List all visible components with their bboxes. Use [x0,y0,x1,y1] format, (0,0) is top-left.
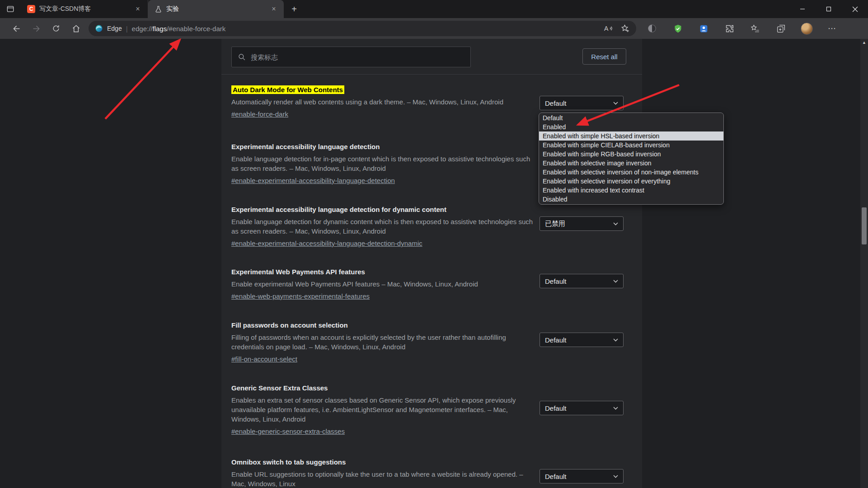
flag-description: Enable experimental Web Payments API fea… [231,279,535,289]
read-aloud-icon[interactable]: A [603,24,614,33]
search-icon [238,53,246,61]
browser-window: C 写文章-CSDN博客 × 实验 × + [0,0,868,488]
flag-permalink[interactable]: #fill-on-account-select [231,355,297,363]
reset-all-button[interactable]: Reset all [582,48,626,65]
dropdown-option[interactable]: Enabled with selective image inversion [539,159,723,168]
tab-csdn[interactable]: C 写文章-CSDN博客 × [21,0,148,18]
flag-dropdown-value: 已禁用 [545,220,565,228]
flags-search-box[interactable] [231,47,471,67]
new-tab-button[interactable]: + [286,1,302,17]
flag-dropdown[interactable]: 已禁用 [540,216,624,231]
search-input[interactable] [251,53,464,61]
extension-dark-circle-icon[interactable] [642,20,662,37]
dropdown-option[interactable]: Disabled [539,195,723,204]
refresh-button[interactable] [46,20,66,37]
favorites-star-lines-icon [750,24,760,33]
flag-permalink[interactable]: #enable-web-payments-experimental-featur… [231,292,370,300]
open-dropdown-menu: Default Enabled Enabled with simple HSL-… [539,113,724,205]
flag-dropdown-value: Default [545,404,567,412]
forward-button[interactable] [26,20,46,37]
profile-avatar[interactable] [797,20,816,37]
scrollbar[interactable]: ▲ [860,39,868,488]
flag-permalink[interactable]: #enable-experimental-accessibility-langu… [231,239,422,247]
dropdown-option-highlighted[interactable]: Enabled with simple HSL-based inversion [539,131,723,141]
tab-actions-icon [6,5,15,14]
blue-extension-glyph [699,24,708,33]
url-suffix: /#enable-force-dark [167,25,225,33]
refresh-icon [52,24,61,33]
url-prefix: edge:// [132,25,153,33]
flag-dropdown[interactable]: Default [540,469,624,483]
collections-button[interactable] [771,20,791,37]
dropdown-option[interactable]: Default [539,113,723,122]
add-favorite-star-icon[interactable] [620,24,630,33]
flag-dropdown[interactable]: Default [540,333,624,347]
flag-title-text: Omnibox switch to tab suggestions [231,458,346,466]
flag-title-text: Experimental Web Payments API features [231,268,365,276]
close-window-icon [852,6,858,12]
flag-description: Enable language detection for dynamic co… [231,217,535,236]
forward-icon [32,24,41,33]
address-bar[interactable]: Edge | edge://flags/#enable-force-dark A [89,21,636,36]
url-separator: | [126,25,128,33]
home-button[interactable] [66,20,86,37]
site-label: Edge [107,25,122,32]
flag-permalink[interactable]: #enable-generic-sensor-extra-classes [231,427,345,435]
close-tab-icon[interactable]: × [269,5,278,14]
content-column: Reset all Auto Dark Mode for Web Content… [221,39,642,488]
extensions-puzzle-button[interactable] [719,20,739,37]
collections-icon [776,24,786,33]
extension-blue-icon[interactable] [694,20,713,37]
minimize-button[interactable] [789,0,816,18]
back-icon [12,24,21,33]
flag-dropdown-value: Default [545,473,567,480]
dropdown-option[interactable]: Enabled with selective inversion of ever… [539,177,723,186]
url-highlight: flags [152,25,167,33]
dropdown-option[interactable]: Enabled with simple RGB-based inversion [539,150,723,159]
flag-title: Experimental accessibility language dete… [231,143,535,150]
flag-permalink[interactable]: #enable-force-dark [231,110,288,118]
flag-description: Enable language detection for in-page co… [231,154,535,173]
flag-dropdown[interactable]: Default [540,96,624,110]
flag-row-generic-sensor: Generic Sensor Extra Classes Enables an … [231,384,642,436]
extension-green-shield-icon[interactable] [668,20,688,37]
url-text[interactable]: edge://flags/#enable-force-dark [132,25,226,33]
flag-title-text: Experimental accessibility language dete… [231,143,380,150]
flag-row-accessibility-language-dynamic: Experimental accessibility language dete… [231,206,642,248]
scrollbar-thumb[interactable] [862,207,867,244]
flag-dropdown-value: Default [545,336,567,344]
ellipsis-icon: ⋯ [828,23,837,33]
flag-title-text: Generic Sensor Extra Classes [231,384,328,392]
close-tab-icon[interactable]: × [133,5,142,14]
dropdown-option[interactable]: Enabled with selective inversion of non-… [539,168,723,177]
dropdown-option[interactable]: Enabled with simple CIELAB-based inversi… [539,141,723,150]
flag-description: Filling of passwords when an account is … [231,333,535,352]
back-button[interactable] [6,20,26,37]
flask-icon [155,5,162,13]
chevron-down-icon [613,407,618,410]
settings-menu-button[interactable]: ⋯ [822,20,842,37]
dropdown-option-enabled[interactable]: Enabled [539,122,723,131]
shield-check-glyph [673,24,683,33]
close-window-button[interactable] [842,0,868,18]
avatar [801,23,813,35]
scroll-up-arrow-icon[interactable]: ▲ [860,40,868,45]
flag-title-text: Experimental accessibility language dete… [231,206,446,213]
flag-row-omnibox-switch-to-tab: Omnibox switch to tab suggestions Enable… [231,458,642,488]
dropdown-option[interactable]: Enabled with increased text contrast [539,186,723,195]
tab-title: 实验 [166,5,265,13]
flag-title-text: Fill passwords on account selection [231,321,348,329]
tab-title: 写文章-CSDN博客 [39,5,129,13]
flag-dropdown[interactable]: Default [540,401,624,415]
flag-dropdown[interactable]: Default [540,274,624,288]
window-controls [789,0,868,18]
edge-logo-icon [95,24,103,33]
maximize-icon [826,6,831,12]
favorites-button[interactable] [745,20,765,37]
csdn-favicon: C [27,5,35,13]
maximize-button[interactable] [816,0,842,18]
flag-permalink[interactable]: #enable-experimental-accessibility-langu… [231,177,395,184]
tab-flags-active[interactable]: 实验 × [148,0,284,18]
tab-actions-menu-button[interactable] [0,0,21,18]
home-icon [71,24,81,33]
